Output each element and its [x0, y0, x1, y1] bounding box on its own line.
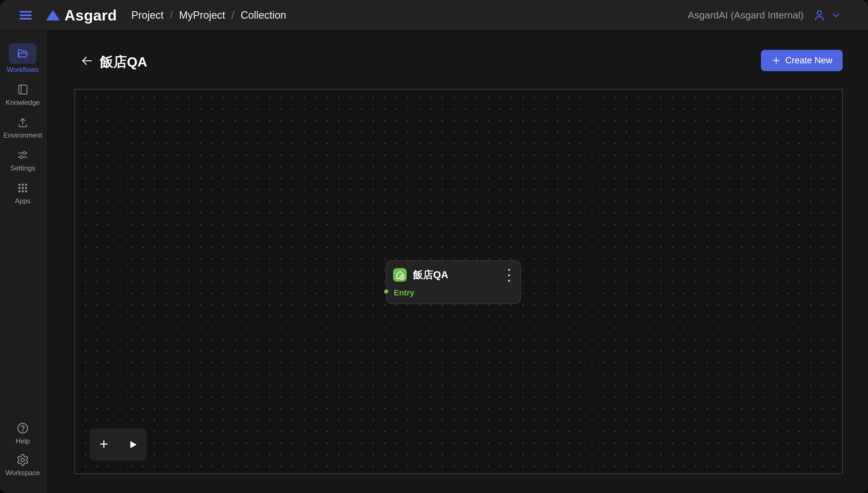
play-icon	[128, 440, 138, 450]
sliders-icon	[9, 148, 37, 163]
back-arrow-icon[interactable]	[80, 54, 93, 67]
folder-icon	[9, 43, 37, 64]
sidebar-item-label: Settings	[10, 164, 36, 172]
breadcrumb-separator: /	[231, 9, 234, 21]
sidebar-item-knowledge[interactable]: Knowledge	[6, 82, 40, 107]
breadcrumb-separator: /	[170, 9, 173, 21]
sidebar-item-label: Workspace	[5, 469, 40, 477]
workflow-node-card[interactable]: 飯店QA Entry	[386, 260, 521, 304]
sidebar-item-label: Apps	[15, 197, 31, 205]
canvas-toolbar: +	[89, 428, 147, 460]
breadcrumb-collection[interactable]: Collection	[241, 9, 286, 21]
app-window: Asgard Project / MyProject / Collection …	[0, 0, 868, 493]
node-title: 飯店QA	[413, 268, 448, 282]
topbar: Asgard Project / MyProject / Collection …	[0, 0, 868, 31]
hamburger-menu-icon[interactable]	[20, 11, 32, 20]
sidebar-item-workspace[interactable]: Workspace	[5, 453, 40, 477]
sidebar: Workflows Knowledge	[0, 31, 46, 493]
chevron-down-icon[interactable]	[831, 10, 841, 20]
node-header: 飯店QA	[393, 268, 448, 282]
breadcrumb: Project / MyProject / Collection	[131, 9, 286, 21]
sidebar-item-apps[interactable]: Apps	[9, 181, 37, 205]
breadcrumb-myproject[interactable]: MyProject	[179, 9, 225, 21]
sidebar-item-help[interactable]: Help	[9, 421, 37, 445]
node-port-label: Entry	[394, 288, 415, 298]
kebab-menu-icon[interactable]	[506, 269, 512, 282]
sidebar-bottom-group: Help Workspace	[5, 421, 40, 477]
breadcrumb-project[interactable]: Project	[131, 9, 163, 21]
workflow-canvas[interactable]: 飯店QA Entry +	[74, 89, 843, 474]
logo-text: Asgard	[65, 7, 117, 24]
sidebar-item-settings[interactable]: Settings	[9, 148, 37, 172]
create-new-button[interactable]: Create New	[761, 50, 843, 71]
triangle-logo-icon	[46, 10, 60, 20]
sidebar-item-label: Knowledge	[6, 99, 40, 107]
node-entry-port[interactable]	[384, 290, 388, 294]
run-workflow-button[interactable]	[118, 428, 147, 460]
main-content: 飯店QA Create New	[46, 31, 868, 493]
home-plus-icon	[393, 268, 407, 282]
create-new-label: Create New	[785, 55, 832, 66]
upload-icon	[9, 115, 37, 130]
book-icon	[9, 82, 37, 97]
help-circle-icon	[9, 421, 37, 435]
gear-icon	[9, 453, 37, 467]
sidebar-item-label: Environment	[3, 131, 42, 140]
apps-grid-icon	[9, 181, 37, 195]
user-icon[interactable]	[813, 9, 826, 22]
plus-icon: +	[99, 436, 108, 452]
sidebar-item-label: Workflows	[7, 66, 39, 74]
sidebar-item-label: Help	[16, 437, 30, 445]
add-node-button[interactable]: +	[89, 428, 118, 460]
account-label: AsgardAI (Asgard Internal)	[688, 9, 803, 21]
app-logo[interactable]: Asgard	[46, 7, 117, 24]
page-title: 飯店QA	[100, 53, 147, 71]
account-area: AsgardAI (Asgard Internal)	[688, 9, 841, 22]
sidebar-item-workflows[interactable]: Workflows	[7, 43, 39, 74]
sidebar-top-group: Workflows Knowledge	[3, 43, 42, 205]
sidebar-item-environment[interactable]: Environment	[3, 115, 42, 140]
plus-icon	[771, 56, 781, 65]
